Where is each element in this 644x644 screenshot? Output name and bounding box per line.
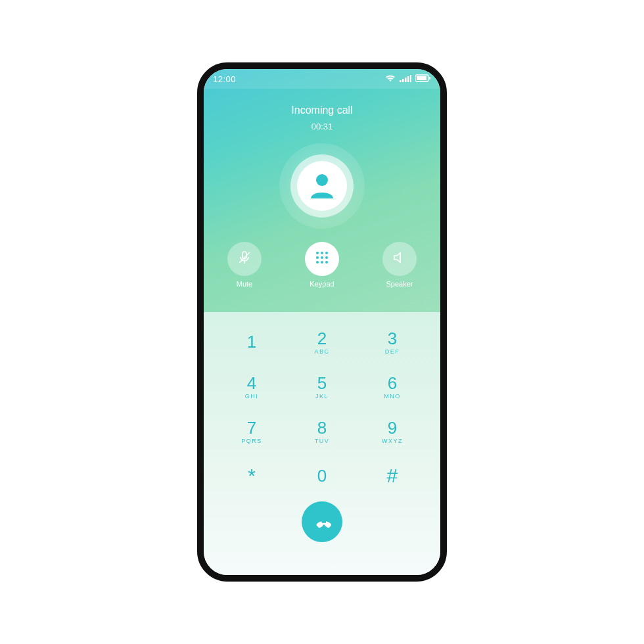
svg-rect-0: [400, 80, 402, 82]
speaker-button[interactable]: [382, 242, 417, 276]
signal-icon: [400, 74, 411, 84]
keypad-label: Keypad: [310, 280, 334, 288]
phone-frame: 12:00: [197, 62, 447, 582]
status-bar: 12:00: [204, 69, 440, 89]
call-timer: 00:31: [311, 122, 333, 131]
key-star[interactable]: *: [219, 455, 285, 497]
speaker-control: Speaker: [382, 242, 417, 288]
call-controls: Mute: [227, 242, 417, 288]
speaker-label: Speaker: [386, 280, 413, 288]
screen: 12:00: [204, 69, 440, 575]
key-7[interactable]: 7PQRS: [219, 411, 285, 453]
key-6[interactable]: 6MNO: [359, 366, 425, 408]
key-hash[interactable]: #: [359, 455, 425, 497]
svg-point-11: [316, 252, 319, 254]
key-4[interactable]: 4GHI: [219, 366, 285, 408]
mute-label: Mute: [237, 280, 252, 288]
mic-off-icon: [237, 250, 252, 268]
key-3[interactable]: 3DEF: [359, 321, 425, 363]
key-8[interactable]: 8TUV: [290, 411, 355, 453]
svg-rect-6: [417, 76, 426, 80]
status-time: 12:00: [213, 74, 236, 84]
svg-point-18: [321, 261, 323, 264]
svg-point-17: [316, 261, 319, 264]
key-0[interactable]: 0: [290, 455, 355, 497]
keypad-icon: [315, 250, 329, 267]
phone-hangup-icon: [311, 509, 333, 534]
call-panel: 12:00: [204, 69, 440, 312]
mute-button[interactable]: [227, 242, 262, 276]
keypad-panel: 1 2ABC 3DEF 4GHI 5JKL 6MNO 7PQRS 8TUV 9W…: [204, 312, 440, 575]
end-call-button[interactable]: [302, 501, 342, 542]
keypad-control: Keypad: [305, 242, 339, 288]
key-2[interactable]: 2ABC: [290, 321, 355, 363]
mute-control: Mute: [227, 242, 262, 288]
key-5[interactable]: 5JKL: [290, 366, 355, 408]
svg-point-13: [325, 252, 328, 254]
person-icon: [307, 170, 337, 202]
svg-rect-7: [429, 77, 430, 80]
speaker-icon: [392, 250, 407, 268]
status-icons: [385, 74, 431, 84]
svg-point-14: [316, 256, 319, 259]
svg-rect-3: [407, 76, 409, 82]
svg-point-19: [325, 261, 328, 264]
caller-avatar: [279, 143, 365, 229]
svg-rect-2: [405, 78, 407, 82]
call-title: Incoming call: [291, 104, 352, 116]
svg-rect-4: [410, 75, 411, 82]
key-1[interactable]: 1: [219, 321, 285, 363]
wifi-icon: [385, 74, 396, 84]
svg-rect-1: [402, 79, 404, 82]
key-9[interactable]: 9WXYZ: [359, 411, 425, 453]
keypad-button[interactable]: [305, 242, 339, 276]
svg-point-15: [321, 256, 323, 259]
battery-icon: [415, 74, 431, 84]
svg-point-12: [321, 252, 323, 254]
svg-point-16: [325, 256, 328, 259]
dial-keypad: 1 2ABC 3DEF 4GHI 5JKL 6MNO 7PQRS 8TUV 9W…: [219, 321, 425, 497]
svg-point-8: [316, 174, 328, 186]
